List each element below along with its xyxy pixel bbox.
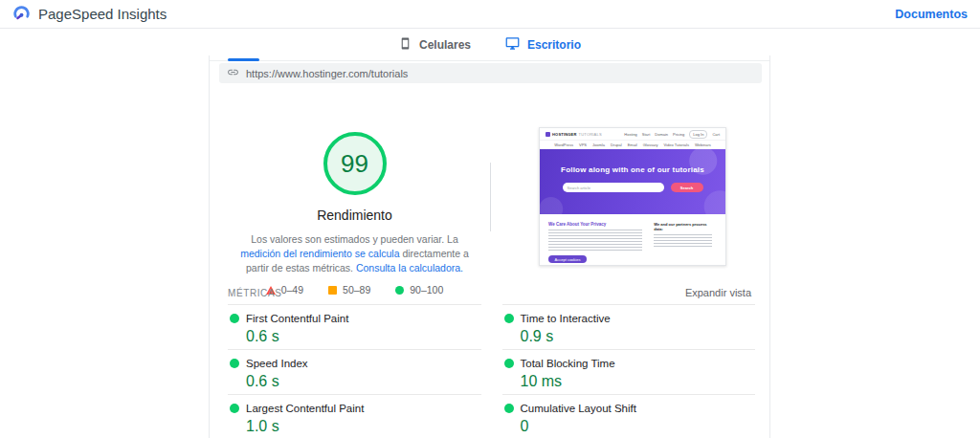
documentos-link[interactable]: Documentos <box>895 8 968 21</box>
report-card: https://www.hostinger.com/tutorials 99 R… <box>209 55 770 438</box>
preview-cat-drupal: Drupal <box>611 142 622 147</box>
preview-hero-banner: Follow along with one of our tutorials S… <box>540 149 725 214</box>
tab-escritorio-label: Escritorio <box>527 38 581 52</box>
pass-dot-icon <box>230 404 239 413</box>
preview-accept-cookies-label: Accept cookies <box>555 257 581 262</box>
preview-privacy-text-lines <box>548 230 642 252</box>
metric-value: 1.0 s <box>246 418 481 435</box>
app-header: PageSpeed Insights Documentos <box>0 0 980 29</box>
smartphone-icon <box>399 37 412 53</box>
preview-hostinger-logo-icon <box>546 132 550 137</box>
score-disclaimer: Los valores son estimados y pueden varia… <box>232 232 479 275</box>
analyzed-url-bar: https://www.hostinger.com/tutorials <box>219 63 762 83</box>
tab-celulares-label: Celulares <box>419 38 471 52</box>
expand-view-link[interactable]: Expandir vista <box>685 287 751 298</box>
preview-cat-webinars: Webinars <box>695 142 711 147</box>
score-summary: 99 Rendimiento Los valores son estimados… <box>219 132 490 296</box>
preview-cart-link: Cart <box>712 132 720 137</box>
preview-partners-column: We and our partners process data: <box>654 222 717 263</box>
site-screenshot-preview: HOSTINGER TUTORIALS Hosting Start Domain… <box>539 127 726 266</box>
metrics-header: MÉTRICAS Expandir vista <box>210 287 769 304</box>
pass-dot-icon <box>504 359 514 368</box>
preview-cookie-notice: We Care About Your Privacy Accept cookie… <box>540 214 725 263</box>
metric-value: 10 ms <box>521 373 756 390</box>
performance-score: 99 <box>341 149 368 179</box>
metrics-section: MÉTRICAS Expandir vista First Contentful… <box>210 287 769 438</box>
metric-largest-contentful-paint: Largest Contentful Paint 1.0 s <box>228 394 481 438</box>
preview-partners-text-lines <box>654 234 711 249</box>
preview-login-button: Log In <box>689 130 707 139</box>
metric-total-blocking-time: Total Blocking Time 10 ms <box>502 349 756 394</box>
metrics-grid: First Contentful Paint 0.6 s Time to Int… <box>210 304 769 438</box>
preview-privacy-heading: We Care About Your Privacy <box>548 222 644 227</box>
preview-category-nav: WordPress VPS Joomla Drupal Email Glossa… <box>540 140 725 149</box>
preview-search-input: Search article <box>563 183 664 192</box>
metric-name: First Contentful Paint <box>246 313 348 324</box>
pagespeed-logo-icon <box>12 5 31 23</box>
preview-nav-start: Start <box>642 132 650 137</box>
metric-speed-index: Speed Index 0.6 s <box>228 349 481 394</box>
preview-search-button-label: Search <box>680 186 693 190</box>
preview-logo-suffix: TUTORIALS <box>579 132 602 137</box>
metric-name: Cumulative Layout Shift <box>521 403 636 414</box>
app-title: PageSpeed Insights <box>38 6 167 22</box>
metric-name: Time to Interactive <box>521 313 611 324</box>
preview-cat-vps: VPS <box>579 142 587 147</box>
metric-time-to-interactive: Time to Interactive 0.9 s <box>502 304 756 349</box>
metric-first-contentful-paint: First Contentful Paint 0.6 s <box>228 304 481 349</box>
preview-hero-title: Follow along with one of our tutorials <box>540 149 725 174</box>
pagespeed-insights-page: PageSpeed Insights Documentos Celulares … <box>0 0 980 438</box>
metric-name: Speed Index <box>246 358 308 369</box>
preview-cat-glossary: Glossary <box>643 142 658 147</box>
summary-divider <box>490 163 491 231</box>
preview-cat-email: Email <box>628 142 637 147</box>
preview-nav-hosting: Hosting <box>624 132 637 137</box>
preview-accept-cookies-button: Accept cookies <box>548 255 587 263</box>
preview-search-button: Search <box>671 183 703 192</box>
preview-nav-pricing: Pricing <box>673 132 684 137</box>
desktop-icon <box>505 36 520 54</box>
preview-search-placeholder: Search article <box>568 186 590 190</box>
preview-partners-heading: We and our partners process data: <box>654 222 717 231</box>
measurement-link[interactable]: medición del rendimiento se calcula <box>240 248 399 259</box>
analyzed-url: https://www.hostinger.com/tutorials <box>246 68 408 79</box>
metric-value: 0.6 s <box>246 373 481 390</box>
metrics-title: MÉTRICAS <box>228 288 281 298</box>
preview-cat-video-tutorials: Video Tutorials <box>664 142 689 147</box>
preview-search-row: Search article Search <box>540 183 725 192</box>
metric-value: 0 <box>521 418 756 435</box>
link-icon <box>227 65 239 82</box>
preview-logo-text: HOSTINGER <box>552 132 577 137</box>
metric-cumulative-layout-shift: Cumulative Layout Shift 0 <box>502 394 756 438</box>
preview-cat-wordpress: WordPress <box>554 142 573 147</box>
disclaimer-text-1: Los valores son estimados y pueden varia… <box>251 233 458 245</box>
calculator-link[interactable]: Consulta la calculadora. <box>356 262 463 274</box>
preview-site-header: HOSTINGER TUTORIALS Hosting Start Domain… <box>540 128 725 140</box>
metric-name: Largest Contentful Paint <box>246 403 364 414</box>
preview-nav-domain: Domain <box>655 132 668 137</box>
preview-cat-joomla: Joomla <box>592 142 605 147</box>
active-section-indicator <box>228 58 259 61</box>
metric-value: 0.9 s <box>521 328 756 345</box>
pass-dot-icon <box>230 314 239 323</box>
metric-name: Total Blocking Time <box>521 358 615 369</box>
pass-dot-icon <box>230 359 239 368</box>
preview-privacy-column: We Care About Your Privacy Accept cookie… <box>548 222 644 263</box>
preview-top-nav: Hosting Start Domain Pricing Log In Cart <box>624 130 720 139</box>
category-label: Rendimiento <box>219 208 490 223</box>
performance-gauge[interactable]: 99 <box>323 132 387 195</box>
pass-dot-icon <box>504 404 514 413</box>
card-top-divider <box>210 60 769 61</box>
metric-value: 0.6 s <box>246 328 481 345</box>
pass-dot-icon <box>504 314 514 323</box>
